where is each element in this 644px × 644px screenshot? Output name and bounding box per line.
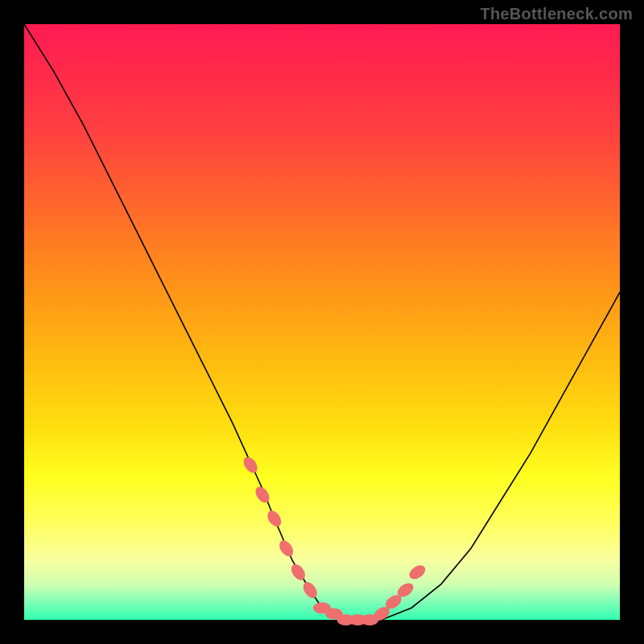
watermark-text: TheBottleneck.com [480,5,633,23]
highlight-dot [288,562,308,583]
highlight-dot [407,563,427,582]
main-curve [24,24,620,620]
highlight-dots [241,455,427,625]
highlight-dot [265,508,284,529]
highlight-dot [300,580,320,601]
plot-area [24,24,620,620]
chart-svg [24,24,620,620]
highlight-dot [241,455,260,476]
highlight-dot [277,538,296,559]
